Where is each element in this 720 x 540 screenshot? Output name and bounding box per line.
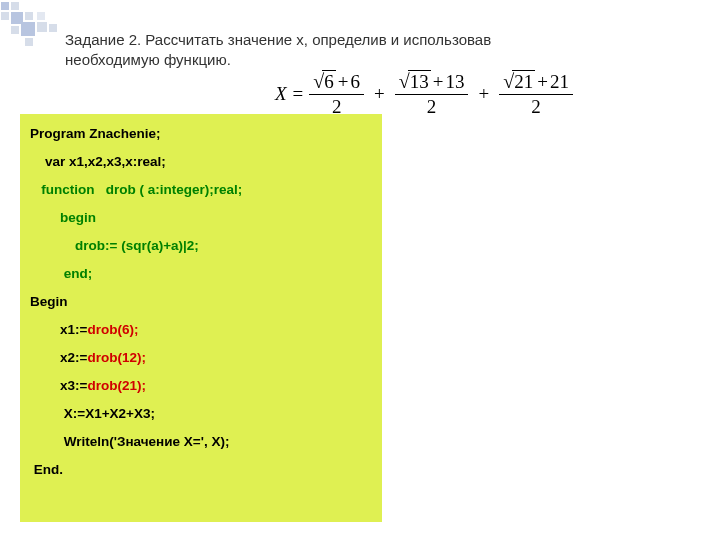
den-3: 2 <box>531 95 541 118</box>
root-2: 13 <box>408 70 431 93</box>
formula-lhs: X <box>275 83 287 105</box>
fraction-2: √13 + 13 2 <box>395 70 469 118</box>
code-line-12: Writeln('Значение Х=', X); <box>30 434 372 449</box>
code-line-8: x1:=drob(6); <box>30 322 372 337</box>
code-line-2: var x1,x2,x3,x:real; <box>30 154 372 169</box>
task-line2: необходимую функцию. <box>65 50 665 70</box>
formula: X = √6 + 6 2 + √13 + 13 2 + √21 + 21 2 <box>275 70 573 118</box>
code-box: Program Znachenie; var x1,x2,x3,x:real; … <box>20 114 382 522</box>
fraction-3: √21 + 21 2 <box>499 70 573 118</box>
code-line-11: X:=X1+X2+X3; <box>30 406 372 421</box>
code-line-6: end; <box>30 266 372 281</box>
root-1: 6 <box>322 70 336 93</box>
code-line-5: drob:= (sqr(a)+a)|2; <box>30 238 372 253</box>
code-line-10: x3:=drob(21); <box>30 378 372 393</box>
task-line1: Задание 2. Рассчитать значение х, опреде… <box>65 30 665 50</box>
fraction-1: √6 + 6 2 <box>309 70 364 118</box>
formula-eq: = <box>293 83 304 105</box>
code-line-3: function drob ( a:integer);real; <box>30 182 372 197</box>
root-3: 21 <box>512 70 535 93</box>
code-line-1: Program Znachenie; <box>30 126 372 141</box>
code-line-13: End. <box>30 462 372 477</box>
code-line-4: begin <box>30 210 372 225</box>
code-line-9: x2:=drob(12); <box>30 350 372 365</box>
add-2: 13 <box>445 71 464 93</box>
code-line-7: Begin <box>30 294 372 309</box>
add-1: 6 <box>351 71 361 93</box>
task-text: Задание 2. Рассчитать значение х, опреде… <box>65 30 665 71</box>
decorative-squares <box>0 0 70 50</box>
add-3: 21 <box>550 71 569 93</box>
den-2: 2 <box>427 95 437 118</box>
